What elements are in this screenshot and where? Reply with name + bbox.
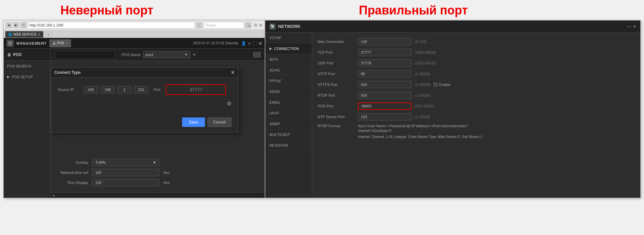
rtsp-port-range: (1~65535) [415, 94, 430, 97]
settings-gear-icon[interactable]: ⚙ [227, 100, 231, 107]
pos-name-dropdown-arrow[interactable]: ▼ [184, 53, 188, 56]
sidebar-item-pos-setup[interactable]: ▶ POS SETUP [4, 72, 50, 82]
pppoe-label: PPPoE [269, 79, 281, 83]
dialog-title: Connect Type [54, 70, 80, 75]
ip-segment-2[interactable] [101, 86, 115, 93]
udp-port-value[interactable]: 37778 [358, 59, 412, 67]
left-content-area: POS Name pos1 ▼ ✏ Connect T [51, 49, 265, 198]
connection-label: CONNECTION [274, 49, 299, 51]
pos-name-field: POS Name pos1 ▼ ✏ [122, 51, 196, 58]
pos-header: POS Name pos1 ▼ ✏ [51, 49, 265, 61]
save-button[interactable]: Save [182, 117, 205, 127]
network-timeout-label: Network time out [55, 171, 88, 175]
pos-name-edit-icon[interactable]: ✏ [193, 52, 196, 57]
ntp-server-port-value[interactable]: 123 [358, 113, 412, 121]
http-port-range: (1~65535) [415, 72, 430, 76]
scroll-left-arrow[interactable]: ◀ [52, 193, 55, 197]
grid-icon[interactable]: ⊞ [259, 41, 262, 46]
overlay-value: TURN [95, 160, 106, 164]
refresh-button[interactable]: ↻ [20, 22, 26, 28]
sidebar-wifi[interactable]: Wi-Fi [265, 54, 312, 65]
multicast-label: MULTICAST [269, 133, 290, 137]
new-tab-button[interactable]: + [45, 32, 52, 38]
scroll-indicator: ◀ [51, 192, 265, 198]
go-button[interactable]: → [196, 22, 202, 28]
left-app-topbar: MANAGEMENT 🖨 POS ✕ 2019-07-27 18:37:03 S… [4, 38, 265, 49]
source-ip-label: Source IP [58, 88, 81, 92]
http-port-value[interactable]: 80 [358, 70, 412, 78]
udp-port-range: (1025~65535) [415, 61, 436, 65]
time-display-label: Time Display [55, 181, 88, 185]
search-button[interactable]: 🔍 [245, 22, 251, 28]
rtsp-format-row: RTSP Format rtsp://<User Name>:<Password… [318, 124, 635, 139]
fullscreen-icon[interactable]: ⛶ [253, 41, 257, 46]
dialog-close-button[interactable]: ✕ [231, 70, 235, 75]
left-web-service-tab[interactable]: 🌐 WEB SERVICE ✕ [5, 31, 44, 38]
https-enable-checkbox[interactable]: Enable [434, 83, 450, 87]
correct-port-annotation: Правильный порт [359, 3, 468, 17]
bookmark-icon[interactable]: ★ [259, 23, 263, 28]
sidebar-email[interactable]: EMAIL [265, 97, 312, 108]
cancel-button[interactable]: Cancel [208, 117, 231, 127]
left-browser-window: ◀ ▶ ↻ http://192.168.1.108/ → Поиск... 🔍… [3, 20, 265, 198]
ip-segment-3[interactable] [117, 86, 131, 93]
pos-tab[interactable]: 🖨 POS ✕ [49, 39, 71, 47]
ip-segment-1[interactable] [84, 86, 98, 93]
overlay-row: Overlay TURN ▼ [55, 159, 261, 166]
tcp-port-value[interactable]: 37777 [358, 49, 412, 56]
upnp-label: UPnP [269, 111, 279, 115]
network-timeout-value[interactable]: 100 [92, 169, 159, 176]
tcp-port-label: TCP Port [318, 50, 355, 54]
sidebar-snmp[interactable]: SNMP [265, 119, 312, 129]
udp-port-label: UDP Port [318, 61, 355, 65]
left-sidebar: 🖨 POS POS SEARCH ▶ POS SETUP [4, 49, 51, 198]
time-display-value[interactable]: 120 [92, 179, 159, 186]
rtsp-format-label: RTSP Format [318, 124, 355, 128]
rtsp-port-label: RTSP Port [318, 93, 355, 97]
pos-name-label: POS Name [122, 53, 141, 57]
pos-tab-close[interactable]: ✕ [65, 42, 68, 45]
port-input[interactable] [166, 84, 226, 95]
https-port-value[interactable]: 443 [358, 81, 412, 88]
snmp-label: SNMP [269, 122, 280, 126]
pos-port-value[interactable]: 38800 [358, 102, 412, 110]
right-browser-window: ◀ ▶ ↻ http://192.168.1.108/ → Поиск... 🔍… [265, 20, 641, 198]
rtsp-format-area: rtsp://<User Name>:<Password>@<IP Addres… [358, 124, 635, 139]
sidebar-title: 🖨 POS [4, 49, 50, 61]
pos-name-input[interactable]: pos1 ▼ [143, 51, 190, 58]
sidebar-upnp[interactable]: UPnP [265, 108, 312, 119]
https-port-row: HTTPS Port 443 (1~65535) Enable [318, 81, 635, 88]
sidebar-multicast[interactable]: MULTICAST [265, 129, 312, 140]
ntp-server-port-label: NTP Server Port [318, 115, 355, 119]
pos-setup-caret: ▶ [7, 75, 10, 79]
sidebar-item-pos-search[interactable]: POS SEARCH [4, 61, 50, 72]
forward-button[interactable]: ▶ [13, 22, 19, 28]
address-bar[interactable]: http://192.168.1.108/ [28, 22, 195, 29]
tab-label: WEB SERVICE [13, 33, 37, 36]
https-enable-label: Enable [439, 83, 450, 87]
sidebar-ddns[interactable]: DDNS [265, 86, 312, 97]
sidebar-connection[interactable]: ▶ CONNECTION [265, 49, 312, 54]
pos-port-range: (025~65535) [415, 104, 434, 108]
tab-close-button[interactable]: ✕ [38, 33, 41, 36]
pos-search-label: POS SEARCH [7, 64, 31, 68]
pos-name-value: pos1 [146, 53, 154, 57]
3g4g-label: 3G/4G [269, 68, 280, 72]
pos-tab-icon: 🖨 [52, 41, 56, 45]
back-button[interactable]: ◀ [6, 22, 12, 28]
search-bar[interactable]: Поиск... [204, 22, 244, 29]
overlay-select[interactable]: TURN ▼ [92, 159, 159, 166]
management-label: MANAGEMENT [16, 41, 47, 45]
wifi-label: Wi-Fi [269, 57, 278, 61]
https-checkbox-box[interactable] [434, 83, 438, 87]
user-icon[interactable]: 👤 [241, 41, 246, 46]
checkbox-area[interactable] [253, 52, 261, 57]
logout-icon[interactable]: ⎋ [248, 41, 251, 46]
sidebar-pppoe[interactable]: PPPoE [265, 76, 312, 86]
rtsp-port-value[interactable]: 554 [358, 92, 412, 99]
sidebar-register[interactable]: REGISTER [265, 140, 312, 151]
overlay-arrow: ▼ [153, 160, 156, 164]
sidebar-3g4g[interactable]: 3G/4G [265, 65, 312, 76]
ip-segment-4[interactable] [134, 86, 148, 93]
browser-settings-icon[interactable]: ⚙ [254, 23, 258, 28]
